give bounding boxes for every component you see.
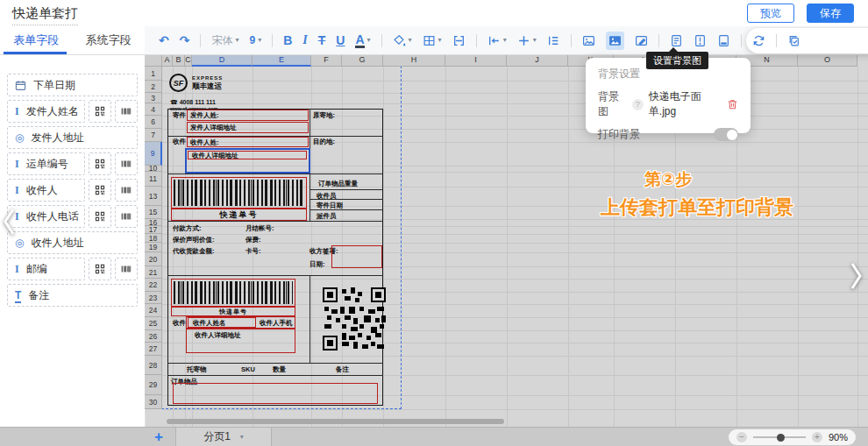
qr-code-button[interactable]: [89, 179, 111, 202]
field-barcode-1[interactable]: [171, 177, 307, 209]
sidebar-item[interactable]: I收件人电话: [7, 205, 85, 228]
row-header-16[interactable]: 16: [145, 219, 162, 226]
field-sender-name[interactable]: 发件人姓:: [187, 110, 309, 121]
sidebar-item[interactable]: I收件人: [7, 179, 85, 202]
row-header-13[interactable]: 13: [145, 187, 162, 206]
col-header-B[interactable]: B: [173, 54, 185, 67]
font-family-select[interactable]: 宋体: [211, 35, 238, 46]
row-header-30[interactable]: 30: [145, 395, 162, 409]
underline-button[interactable]: U: [336, 34, 345, 46]
qr-code-button[interactable]: [89, 258, 111, 280]
row-header-2[interactable]: 2: [145, 81, 162, 93]
field-sender-address[interactable]: 发件人详细地址: [187, 122, 309, 133]
row-header-23[interactable]: 23: [145, 292, 162, 304]
zoom-in-button[interactable]: [812, 432, 822, 442]
design-canvas[interactable]: ABCDEFGHIJKLMNO 123467910111315161718192…: [145, 54, 868, 427]
qr-code-button[interactable]: [89, 100, 111, 123]
font-color-button[interactable]: A: [355, 33, 370, 48]
row-header-29[interactable]: 29: [145, 375, 162, 395]
qr-code-button[interactable]: [89, 205, 111, 228]
col-header-F[interactable]: F: [311, 54, 342, 67]
add-page-button[interactable]: [154, 428, 163, 446]
bg-image-filename[interactable]: 快递电子面单.jpg: [649, 89, 722, 119]
field-order-items[interactable]: [173, 383, 378, 404]
qr-code-button[interactable]: [89, 152, 111, 175]
strikethrough-button[interactable]: T: [318, 34, 326, 46]
edit-image-button[interactable]: [635, 34, 648, 47]
sidebar-item[interactable]: I邮编: [7, 258, 85, 280]
save-button[interactable]: 保存: [807, 4, 854, 23]
barcode-button[interactable]: [115, 100, 138, 123]
col-header-D[interactable]: D: [192, 54, 253, 67]
page-footer-button[interactable]: [717, 34, 730, 47]
row-header-27[interactable]: 27: [145, 343, 162, 356]
sidebar-item[interactable]: 收件人地址: [7, 231, 138, 254]
copy-page-button[interactable]: [787, 34, 800, 47]
row-header-9[interactable]: 9: [145, 142, 162, 166]
sidebar-item[interactable]: I发件人姓名: [7, 100, 85, 123]
undo-button[interactable]: [159, 34, 169, 46]
insert-image-button[interactable]: [582, 34, 595, 47]
field-barcode-2[interactable]: [171, 279, 295, 307]
align-button[interactable]: [487, 34, 507, 47]
next-arrow-button[interactable]: [848, 261, 864, 294]
col-header-G[interactable]: G: [342, 54, 383, 67]
sidebar-item[interactable]: 发件人地址: [7, 126, 138, 149]
barcode-button[interactable]: [115, 258, 138, 280]
field-recv2-name[interactable]: 收件人姓名: [188, 317, 256, 328]
sidebar-item[interactable]: 下单日期: [7, 74, 138, 96]
field-waybill-number[interactable]: 快递单号: [171, 209, 307, 221]
row-header-19[interactable]: 19: [145, 243, 162, 252]
zoom-slider[interactable]: [753, 436, 806, 438]
delete-bg-icon[interactable]: [727, 98, 738, 110]
barcode-button[interactable]: [115, 205, 138, 228]
merge-cells-button[interactable]: [452, 34, 466, 47]
field-date-box[interactable]: [331, 245, 382, 268]
row-header-28[interactable]: 28: [145, 356, 162, 375]
set-background-image-button[interactable]: [606, 32, 624, 50]
prev-arrow-button[interactable]: [2, 207, 18, 240]
barcode-button[interactable]: [115, 179, 138, 202]
fill-color-button[interactable]: [393, 34, 412, 47]
row-header-1[interactable]: 1: [145, 67, 162, 81]
tab-form-fields[interactable]: 表单字段: [0, 26, 73, 54]
field-recv2-address[interactable]: 收件人详细地址: [186, 329, 295, 353]
font-size-select[interactable]: 9: [249, 35, 261, 46]
row-header-3[interactable]: 3: [145, 93, 162, 103]
field-receiver-name[interactable]: 收件人姓:: [187, 137, 309, 147]
row-header-15[interactable]: 15: [145, 206, 162, 219]
page-tab[interactable]: 分页1: [175, 428, 272, 446]
bold-button[interactable]: B: [283, 34, 292, 46]
row-header-22[interactable]: 22: [145, 279, 162, 292]
outline-list-button[interactable]: [547, 34, 560, 47]
row-header-18[interactable]: 18: [145, 234, 162, 243]
field-waybill-number-2[interactable]: 快递单号: [171, 307, 295, 316]
page-setup-button[interactable]: [670, 34, 683, 47]
sidebar-item[interactable]: I运单编号: [7, 152, 85, 175]
col-header-A[interactable]: A: [162, 54, 173, 67]
row-header-7[interactable]: 7: [145, 129, 162, 142]
col-header-E[interactable]: E: [253, 54, 311, 67]
row-header-20[interactable]: 20: [145, 252, 162, 266]
refresh-button[interactable]: [752, 34, 765, 47]
row-header-4[interactable]: 4: [145, 103, 162, 116]
preview-button[interactable]: 预览: [747, 4, 794, 23]
selected-field-receiver-address[interactable]: 收件人详细地址: [185, 148, 310, 173]
row-header-26[interactable]: 26: [145, 330, 162, 343]
col-header-O[interactable]: O: [798, 54, 857, 67]
row-header-25[interactable]: 25: [145, 317, 162, 330]
row-header-6[interactable]: 6: [145, 116, 162, 129]
tab-system-fields[interactable]: 系统字段: [73, 26, 146, 54]
grid-corner[interactable]: [145, 54, 162, 67]
zoom-slider-handle[interactable]: [777, 434, 785, 442]
col-header-I[interactable]: I: [445, 54, 507, 67]
row-header-24[interactable]: 24: [145, 304, 162, 317]
row-header-11[interactable]: 11: [145, 172, 162, 187]
borders-button[interactable]: [423, 34, 442, 47]
sidebar-item[interactable]: T备注: [7, 284, 138, 307]
horizontal-scrollbar[interactable]: [167, 419, 504, 424]
insert-button[interactable]: [517, 34, 537, 47]
italic-button[interactable]: I: [302, 34, 307, 46]
page-warning-button[interactable]: [694, 34, 707, 47]
row-header-10[interactable]: 10: [145, 166, 162, 172]
